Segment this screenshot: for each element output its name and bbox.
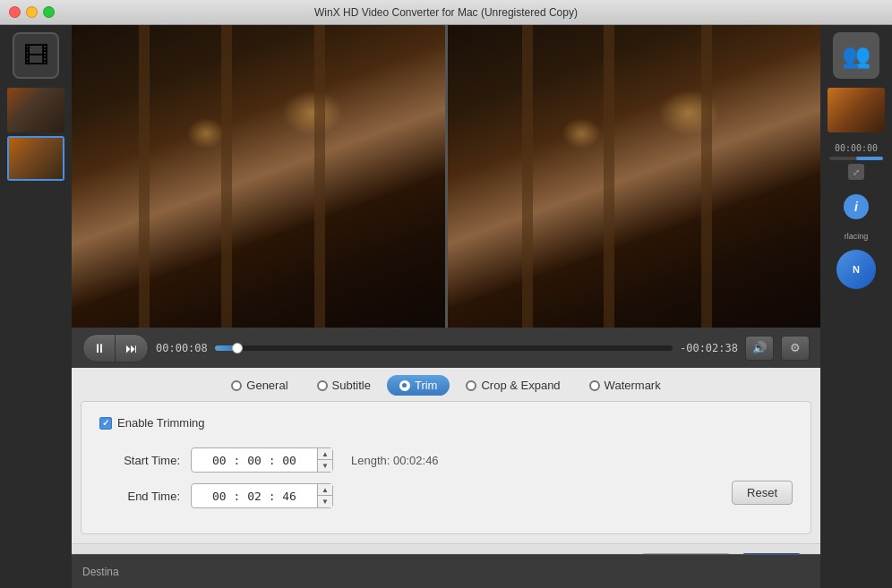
tab-radio-general xyxy=(231,380,242,391)
current-time-display: 00:00:08 xyxy=(156,342,208,354)
pause-button[interactable]: ⏸ xyxy=(83,335,116,362)
start-time-row: Start Time: ▲ ▼ Length: 00:02:46 xyxy=(99,447,793,473)
tab-label-subtitle: Subtitle xyxy=(332,379,371,392)
info-icon: i xyxy=(854,200,858,214)
end-time-input-group[interactable]: ▲ ▼ xyxy=(191,483,333,508)
video-scene-left xyxy=(72,25,445,328)
title-bar: WinX HD Video Converter for Mac (Unregis… xyxy=(0,0,892,25)
length-value: 00:02:46 xyxy=(393,454,439,467)
end-time-label: End Time: xyxy=(99,490,180,503)
tab-label-trim: Trim xyxy=(415,379,438,392)
start-time-label: Start Time: xyxy=(99,454,180,467)
enable-trim-label: Enable Trimming xyxy=(117,416,205,430)
tab-trim[interactable]: Trim xyxy=(387,375,450,396)
scene-light-left-1 xyxy=(277,86,348,140)
enable-trim-checkbox[interactable] xyxy=(99,417,112,430)
profile-icon: 👥 xyxy=(833,32,879,79)
add-file-button[interactable]: 🎞 xyxy=(13,32,59,79)
destination-bar: Destina xyxy=(72,554,820,588)
tabs-row: General Subtitle Trim Crop & Expand Wate… xyxy=(72,368,820,401)
right-progress-bar xyxy=(829,157,883,160)
sidebar-thumb-1[interactable] xyxy=(7,88,64,132)
main-content: ⏸ ⏭ 00:00:08 -00:02:38 🔊 ⚙ General S xyxy=(72,25,820,588)
left-sidebar: 🎞 xyxy=(0,25,72,588)
start-time-input[interactable] xyxy=(192,448,317,472)
volume-button[interactable]: 🔊 xyxy=(745,336,774,361)
close-button[interactable] xyxy=(9,6,21,18)
info-button[interactable]: i xyxy=(844,194,869,219)
video-left-panel xyxy=(72,25,445,328)
deinterlace-label: rlacing xyxy=(845,232,869,241)
scene-column-r2 xyxy=(604,25,614,328)
run-button[interactable]: N xyxy=(836,250,876,289)
progress-bar[interactable] xyxy=(215,345,673,351)
progress-thumb[interactable] xyxy=(232,343,243,354)
scene-light-right-2 xyxy=(559,115,604,151)
right-time-display: 00:00:00 xyxy=(835,143,878,153)
tab-label-watermark: Watermark xyxy=(605,379,661,392)
video-preview-area xyxy=(72,25,820,328)
right-thumb xyxy=(828,88,885,132)
playback-controls: ⏸ ⏭ 00:00:08 -00:02:38 🔊 ⚙ xyxy=(72,328,820,368)
add-film-icon: 🎞 xyxy=(23,41,48,71)
end-time-stepper[interactable]: ▲ ▼ xyxy=(317,484,332,507)
tab-label-crop: Crop & Expand xyxy=(481,379,560,392)
tab-label-general: General xyxy=(246,379,287,392)
maximize-button[interactable] xyxy=(43,6,55,18)
minimize-button[interactable] xyxy=(26,6,38,18)
tab-watermark[interactable]: Watermark xyxy=(577,375,673,396)
right-sidebar: 👥 00:00:00 ⤢ i rlacing N xyxy=(820,25,892,588)
start-time-input-group[interactable]: ▲ ▼ xyxy=(191,447,333,473)
scene-column-r1 xyxy=(522,25,533,328)
play-control-group[interactable]: ⏸ ⏭ xyxy=(82,334,149,362)
enable-trim-row: Enable Trimming xyxy=(99,416,793,430)
right-thumb-image xyxy=(828,88,885,132)
right-controls: 00:00:00 ⤢ xyxy=(829,143,883,180)
run-label: N xyxy=(853,264,860,275)
video-right-panel xyxy=(448,25,821,328)
thumbnail-image-2 xyxy=(9,138,63,179)
thumbnail-image-1 xyxy=(7,88,64,132)
fastforward-button[interactable]: ⏭ xyxy=(116,335,148,362)
end-time-down[interactable]: ▼ xyxy=(318,496,332,507)
settings-icon-button[interactable]: ⚙ xyxy=(781,336,810,361)
scene-column-2 xyxy=(221,25,232,328)
sidebar-thumb-2[interactable] xyxy=(7,136,64,181)
scene-light-right-1 xyxy=(653,86,725,140)
length-info: Length: 00:02:46 xyxy=(351,454,439,467)
window-title: WinX HD Video Converter for Mac (Unregis… xyxy=(314,6,578,19)
tab-general[interactable]: General xyxy=(219,375,300,396)
trim-content-panel: Enable Trimming Start Time: ▲ ▼ Length: xyxy=(81,401,811,534)
tab-crop-expand[interactable]: Crop & Expand xyxy=(453,375,572,396)
end-time-up[interactable]: ▲ xyxy=(318,484,332,496)
tab-radio-subtitle xyxy=(317,380,328,391)
scene-column-1 xyxy=(139,25,150,328)
tab-radio-crop xyxy=(466,380,476,391)
end-time-input[interactable] xyxy=(192,484,317,507)
reset-button[interactable]: Reset xyxy=(732,481,793,505)
window-controls[interactable] xyxy=(9,6,55,18)
right-progress-fill xyxy=(856,157,883,160)
end-time-row: End Time: ▲ ▼ Reset xyxy=(99,483,793,508)
tab-subtitle[interactable]: Subtitle xyxy=(304,375,383,396)
length-label: Length: xyxy=(351,454,390,467)
start-time-down[interactable]: ▼ xyxy=(318,460,332,472)
start-time-up[interactable]: ▲ xyxy=(318,448,332,460)
tab-radio-trim xyxy=(399,380,410,391)
start-time-stepper[interactable]: ▲ ▼ xyxy=(317,448,332,472)
expand-button[interactable]: ⤢ xyxy=(848,164,864,180)
tab-radio-watermark xyxy=(589,380,600,391)
video-scene-right xyxy=(448,25,821,328)
destination-label: Destina xyxy=(82,566,119,578)
scene-column-3 xyxy=(314,25,325,328)
scene-column-r3 xyxy=(701,25,712,328)
end-time-display: -00:02:38 xyxy=(680,342,738,354)
